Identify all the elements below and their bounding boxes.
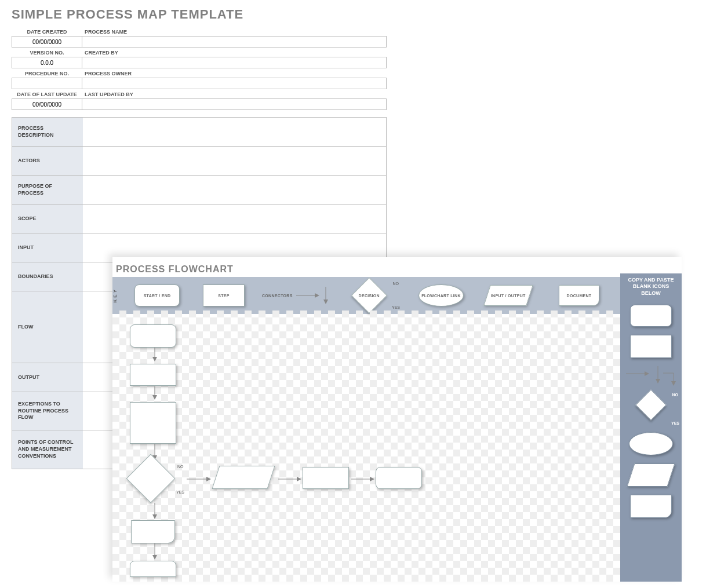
legend-decision-yes: YES	[392, 305, 400, 309]
label-version: VERSION NO.	[12, 48, 82, 57]
legend-step-icon: STEP	[203, 284, 245, 306]
legend-start-end-icon: START / END	[134, 284, 180, 306]
flow-node-start[interactable]	[130, 324, 176, 348]
label-updated-by: LAST UPDATED BY	[82, 89, 387, 98]
connector-arrow-right-icon	[296, 291, 319, 300]
blank-connector-elbow-icon[interactable]	[663, 371, 680, 386]
flow-node-decision[interactable]	[126, 454, 176, 469]
label-flow: FLOW	[12, 291, 83, 363]
label-scope: SCOPE	[12, 204, 83, 233]
blank-io-icon[interactable]	[627, 463, 675, 469]
label-points: POINTS OF CONTROL AND MEASUREMENT CONVEN…	[12, 430, 83, 469]
input-scope[interactable]	[83, 204, 386, 233]
connector-arrow-down-icon	[322, 287, 330, 304]
input-actors[interactable]	[83, 147, 386, 175]
input-purpose[interactable]	[83, 176, 386, 204]
svg-marker-1	[315, 293, 319, 298]
input-process-description[interactable]	[83, 118, 386, 146]
flow-node-step-1[interactable]	[130, 364, 176, 386]
legend-decision-label: DECISION	[359, 294, 380, 298]
flowchart-heading: PROCESS FLOWCHART	[116, 264, 682, 275]
legend-connectors-label: CONNECTORS	[262, 294, 293, 298]
page-title: SIMPLE PROCESS MAP TEMPLATE	[12, 7, 706, 22]
svg-marker-8	[671, 381, 676, 386]
svg-marker-7	[656, 379, 660, 384]
label-date-created: DATE CREATED	[12, 27, 82, 36]
input-process-owner[interactable]	[82, 78, 387, 89]
meta-table: DATE CREATED PROCESS NAME 00/00/0000 VER…	[12, 27, 387, 110]
flow-node-end[interactable]	[376, 467, 422, 469]
input-date-created[interactable]: 00/00/0000	[12, 36, 82, 48]
flow-decision-no: NO	[177, 465, 184, 469]
label-purpose: PURPOSE OF PROCESS	[12, 176, 83, 204]
input-procedure-no[interactable]	[12, 78, 82, 89]
legend-io-label: INPUT / OUTPUT	[491, 294, 526, 298]
blank-decision-yes: YES	[671, 421, 679, 425]
label-boundaries: BOUNDARIES	[12, 262, 83, 291]
legend-link-icon: FLOWCHART LINK	[418, 284, 464, 306]
blank-start-end-icon[interactable]	[630, 305, 672, 327]
label-last-update: DATE OF LAST UPDATE	[12, 89, 82, 98]
label-process-name: PROCESS NAME	[82, 27, 387, 36]
input-updated-by[interactable]	[82, 98, 387, 110]
key-label: KEY	[112, 288, 123, 302]
blank-step-icon[interactable]	[630, 335, 672, 358]
blank-link-icon[interactable]	[629, 432, 673, 455]
input-last-update[interactable]: 00/00/0000	[12, 98, 82, 110]
flowchart-panel: PROCESS FLOWCHART KEY START / END STEP C…	[112, 257, 682, 469]
flowchart-sidebar: COPY AND PASTE BLANK ICONS BELOW NO YES	[620, 273, 682, 469]
flow-arrow-1	[151, 348, 159, 361]
input-version[interactable]: 0.0.0	[12, 57, 82, 68]
blank-connector-down-icon[interactable]	[654, 366, 662, 384]
legend-link-label: FLOWCHART LINK	[421, 294, 461, 298]
blank-connector-right-icon[interactable]	[626, 370, 649, 378]
label-output: OUTPUT	[12, 363, 83, 392]
svg-marker-5	[645, 371, 649, 376]
label-created-by: CREATED BY	[82, 48, 387, 57]
flow-arrow-2	[151, 386, 159, 400]
flow-node-step-3[interactable]	[303, 467, 349, 469]
legend-document-label: DOCUMENT	[567, 294, 592, 298]
input-process-name[interactable]	[82, 36, 387, 48]
sidebar-title: COPY AND PASTE BLANK ICONS BELOW	[623, 277, 679, 297]
label-procedure-no: PROCEDURE NO.	[12, 68, 82, 78]
svg-marker-3	[323, 300, 328, 304]
svg-marker-10	[152, 357, 157, 361]
legend-decision-icon: DECISION	[351, 277, 387, 313]
blank-decision-no: NO	[672, 393, 679, 397]
legend-step-label: STEP	[218, 294, 229, 298]
svg-marker-12	[152, 395, 157, 400]
label-process-owner: PROCESS OWNER	[82, 68, 387, 78]
legend-document-icon: DOCUMENT	[559, 285, 599, 306]
flow-node-step-2[interactable]	[130, 402, 176, 444]
blank-decision-icon[interactable]	[635, 389, 667, 421]
label-process-description: PROCESS DESCRIPTION	[12, 118, 83, 146]
flowchart-key: KEY START / END STEP CONNECTORS DECISION…	[112, 277, 682, 314]
legend-start-end-label: START / END	[144, 294, 171, 298]
legend-io-icon: INPUT / OUTPUT	[483, 285, 533, 306]
flow-node-io[interactable]	[212, 466, 275, 469]
input-created-by[interactable]	[82, 57, 387, 68]
legend-decision-no: NO	[393, 282, 399, 286]
flowchart-canvas[interactable]: NO YES	[112, 311, 620, 469]
label-input: INPUT	[12, 233, 83, 262]
label-exceptions: EXCEPTIONS TO ROUTINE PROCESS FLOW	[12, 392, 83, 430]
label-actors: ACTORS	[12, 147, 83, 175]
